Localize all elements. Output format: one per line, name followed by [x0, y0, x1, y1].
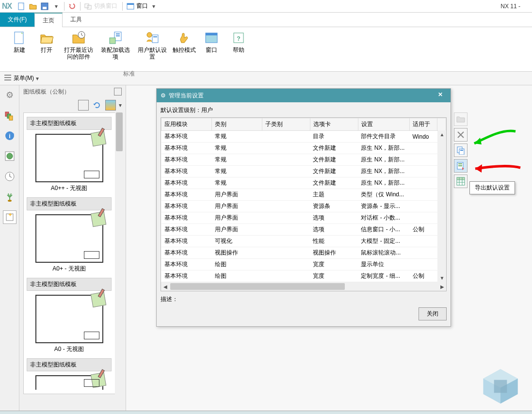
table-cell: 宽度: [310, 259, 358, 271]
template-list[interactable]: 非主模型图纸模板 A0++ - 无视图 非主模型图纸模板 A0+ - 无视图 非…: [23, 112, 122, 394]
palm-icon[interactable]: [3, 190, 16, 204]
table-cell: 大模型 - 固定...: [358, 236, 409, 247]
ribbon-group-label: 标准: [5, 70, 253, 78]
refresh-icon[interactable]: [92, 100, 102, 111]
filter-icon[interactable]: [78, 100, 89, 111]
ribbon-open-recent[interactable]: 打开最近访问的部件: [61, 29, 96, 61]
template-thumbnail[interactable]: [35, 375, 103, 390]
ribbon-assy-load[interactable]: 装配加载选项: [98, 29, 133, 61]
ribbon-user-defaults[interactable]: 用户默认设置: [135, 29, 170, 61]
window-label[interactable]: 窗口: [136, 2, 148, 10]
template-thumbnail[interactable]: [35, 214, 103, 263]
col-module[interactable]: 应用模块: [161, 118, 212, 131]
table-row[interactable]: 基本环境常规文件新建原生 NX，新部...: [161, 143, 446, 154]
table-scrollbar-v[interactable]: ▲ ▼: [438, 130, 446, 282]
table-row[interactable]: 基本环境用户界面选项对话框 - 小数...: [161, 212, 446, 224]
undo-icon[interactable]: [67, 1, 78, 12]
table-cell: 对话框 - 小数...: [358, 212, 409, 224]
new-icon[interactable]: [16, 1, 27, 12]
scroll-thumb[interactable]: [170, 283, 345, 290]
history-icon[interactable]: [3, 109, 16, 122]
tab-tools[interactable]: 工具: [63, 13, 90, 27]
table-cell: 基本环境: [161, 212, 212, 224]
tab-home[interactable]: 主页: [34, 13, 63, 27]
ribbon-window[interactable]: 窗口: [199, 29, 224, 61]
table-cell: [262, 177, 310, 189]
scrollbar-vertical[interactable]: [115, 112, 124, 409]
template-label: A0 - 无视图: [27, 345, 112, 356]
svg-rect-8: [127, 3, 134, 5]
close-button[interactable]: 关闭: [419, 307, 447, 320]
table-cell: [410, 177, 437, 189]
template-group-head: 非主模型图纸模板: [27, 117, 112, 130]
tab-file[interactable]: 文件(F): [0, 13, 34, 27]
web-icon[interactable]: [3, 149, 16, 163]
open-icon[interactable]: [28, 1, 38, 12]
table-cell: [262, 224, 310, 236]
scroll-down-icon[interactable]: ▼: [438, 274, 446, 282]
clock-icon[interactable]: [3, 170, 16, 183]
window-icon[interactable]: [125, 1, 136, 12]
template-thumbnail[interactable]: [35, 295, 103, 343]
gear-icon[interactable]: ⚙: [3, 88, 16, 102]
view-mode-icon[interactable]: [105, 100, 116, 111]
table-row[interactable]: 基本环境常规文件新建原生 NX，新部...: [161, 177, 446, 189]
table-cell: 视图操作: [212, 247, 262, 259]
scroll-left-icon[interactable]: ◀: [161, 284, 169, 289]
table-cell: [262, 271, 310, 282]
svg-rect-40: [460, 150, 463, 151]
new-doc-icon: [12, 30, 27, 46]
window-dropdown-icon[interactable]: ▾: [148, 1, 159, 12]
svg-rect-17: [152, 35, 158, 43]
delete-button[interactable]: [454, 128, 468, 142]
table-row[interactable]: 基本环境用户界面主题类型（仅 Wind...: [161, 189, 446, 201]
pencil-icon: [90, 372, 106, 388]
ribbon-help[interactable]: ? 帮助: [226, 29, 251, 61]
col-subcategory[interactable]: 子类别: [262, 118, 310, 131]
scroll-up-icon[interactable]: ▲: [438, 130, 446, 139]
panel-pin-icon[interactable]: [114, 88, 122, 96]
view-dropdown-icon[interactable]: ▾: [119, 102, 122, 109]
ribbon-new[interactable]: 新建: [7, 29, 32, 61]
table-cell: [262, 166, 310, 177]
table-cell: 基本环境: [161, 143, 212, 154]
table-cell: [410, 166, 437, 177]
col-setting[interactable]: 设置: [358, 118, 409, 131]
main-area: ⚙ i ✦ 图纸模板（公制） ▾ 非主模型图纸模板 A0++ - 无视图 非主模…: [0, 85, 532, 411]
table-row[interactable]: 基本环境视图操作视图操作鼠标滚轮滚动...: [161, 247, 446, 259]
template-panel: 图纸模板（公制） ▾ 非主模型图纸模板 A0++ - 无视图 非主模型图纸模板 …: [19, 85, 126, 411]
table-cell: 原生 NX，新部...: [358, 143, 409, 154]
template-thumbnail[interactable]: [35, 134, 103, 182]
table-cell: 信息窗口 - 小...: [358, 224, 409, 236]
spreadsheet-button[interactable]: [454, 175, 468, 188]
scroll-right-icon[interactable]: ▶: [438, 284, 446, 289]
export-defaults-button[interactable]: [454, 159, 468, 173]
table-cell: 文件新建: [310, 166, 358, 177]
copy-defaults-button[interactable]: [454, 143, 468, 157]
info-icon[interactable]: i: [3, 129, 16, 143]
close-icon[interactable]: ✕: [438, 91, 447, 100]
table-cell: 绘图: [212, 271, 262, 282]
table-cell: [410, 212, 437, 224]
table-row[interactable]: 基本环境绘图宽度定制宽度 - 细...公制: [161, 271, 446, 282]
dropdown-icon[interactable]: ▾: [51, 1, 62, 12]
table-row[interactable]: 基本环境用户界面资源条资源条 - 显示...: [161, 201, 446, 212]
settings-table[interactable]: 应用模块 类别 子类别 选项卡 设置 适用于 基本环境常规目录部件文件目录Win…: [161, 118, 446, 282]
table-row[interactable]: 基本环境常规文件新建原生 NX，新部...: [161, 166, 446, 177]
table-row[interactable]: 基本环境用户界面选项信息窗口 - 小...公制: [161, 224, 446, 236]
table-cell: 鼠标滚轮滚动...: [358, 247, 409, 259]
col-tab[interactable]: 选项卡: [310, 118, 358, 131]
table-scrollbar-h[interactable]: ◀ ▶: [161, 282, 446, 291]
ribbon-open[interactable]: 打开: [34, 29, 59, 61]
table-row[interactable]: 基本环境常规目录部件文件目录Windo: [161, 131, 446, 143]
table-row[interactable]: 基本环境常规文件新建原生 NX，新部...: [161, 154, 446, 166]
col-category[interactable]: 类别: [212, 118, 262, 131]
table-row[interactable]: 基本环境绘图宽度显示单位: [161, 259, 446, 271]
save-icon[interactable]: [39, 1, 50, 12]
dialog-titlebar[interactable]: ⚙ 管理当前设置 ✕: [157, 89, 451, 102]
ribbon-touch-mode[interactable]: 触控模式: [172, 29, 197, 61]
col-applies[interactable]: 适用于: [410, 118, 437, 131]
new-template-icon[interactable]: ✦: [3, 210, 16, 224]
table-cell: 用户界面: [212, 201, 262, 212]
table-row[interactable]: 基本环境可视化性能大模型 - 固定...: [161, 236, 446, 247]
